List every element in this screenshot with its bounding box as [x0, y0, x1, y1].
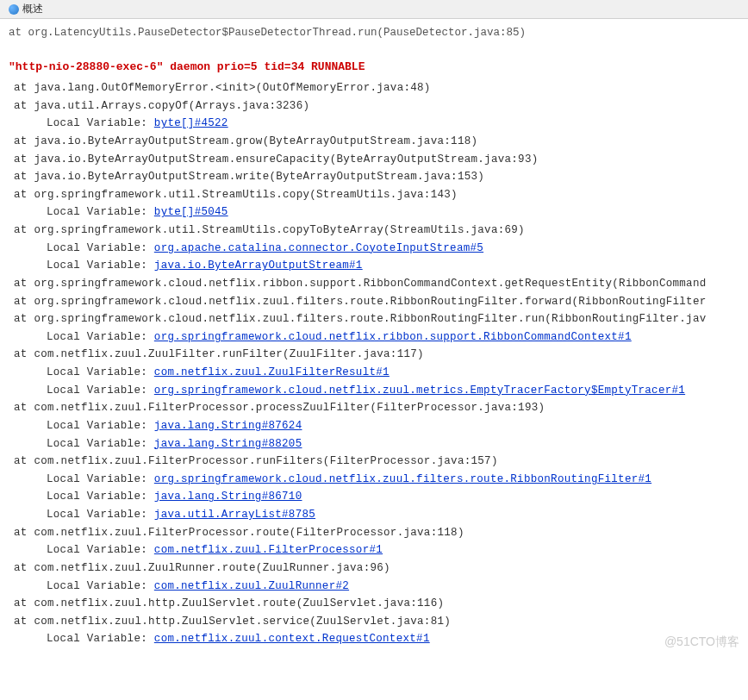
local-var-prefix: Local Variable:	[47, 509, 154, 521]
local-variable: Local Variable: org.springframework.clou…	[9, 471, 739, 489]
local-var-prefix: Local Variable:	[47, 206, 154, 218]
local-var-link[interactable]: org.springframework.cloud.netflix.zuul.m…	[154, 384, 685, 397]
local-var-link[interactable]: com.netflix.zuul.ZuulFilterResult#1	[154, 366, 390, 378]
stack-container: at java.lang.OutOfMemoryError.<init>(Out…	[9, 79, 739, 648]
local-var-link[interactable]: org.springframework.cloud.netflix.zuul.f…	[154, 473, 651, 485]
local-var-link[interactable]: java.lang.String#87624	[154, 420, 302, 432]
stack-frame: at com.netflix.zuul.http.ZuulServlet.rou…	[9, 595, 739, 613]
stack-frame: at org.springframework.util.StreamUtils.…	[9, 222, 739, 240]
stack-frame: at com.netflix.zuul.FilterProcessor.runF…	[9, 453, 739, 471]
local-var-link[interactable]: java.io.ByteArrayOutputStream#1	[154, 259, 363, 272]
tab-bar: 概述	[0, 0, 748, 19]
local-variable: Local Variable: com.netflix.zuul.context…	[9, 630, 739, 648]
stack-frame: at java.util.Arrays.copyOf(Arrays.java:3…	[9, 97, 739, 116]
local-var-prefix: Local Variable:	[47, 384, 154, 397]
local-variable: Local Variable: java.lang.String#86710	[9, 488, 739, 506]
local-var-link[interactable]: com.netflix.zuul.ZuulRunner#2	[154, 580, 349, 592]
local-var-prefix: Local Variable:	[47, 242, 154, 254]
stack-frame: at org.springframework.cloud.netflix.zuu…	[9, 310, 739, 328]
stack-frame: at java.lang.OutOfMemoryError.<init>(Out…	[9, 79, 739, 97]
local-var-prefix: Local Variable:	[47, 633, 154, 645]
local-var-link[interactable]: byte[]#5045	[154, 206, 228, 218]
local-variable: Local Variable: java.io.ByteArrayOutputS…	[9, 257, 739, 275]
globe-icon	[9, 4, 19, 15]
local-variable: Local Variable: byte[]#5045	[9, 203, 739, 222]
local-var-prefix: Local Variable:	[47, 544, 154, 556]
local-var-link[interactable]: com.netflix.zuul.FilterProcessor#1	[154, 544, 383, 556]
local-var-link[interactable]: org.apache.catalina.connector.CoyoteInpu…	[154, 242, 483, 254]
local-var-prefix: Local Variable:	[47, 331, 154, 343]
local-var-prefix: Local Variable:	[47, 420, 154, 432]
stack-frame: at java.io.ByteArrayOutputStream.ensureC…	[9, 151, 739, 169]
local-var-prefix: Local Variable:	[47, 366, 154, 378]
local-var-link[interactable]: java.lang.String#88205	[154, 438, 302, 450]
local-var-prefix: Local Variable:	[47, 473, 154, 485]
stack-frame: at java.io.ByteArrayOutputStream.write(B…	[9, 168, 739, 186]
stack-frame: at org.springframework.cloud.netflix.rib…	[9, 275, 739, 293]
local-variable: Local Variable: com.netflix.zuul.FilterP…	[9, 541, 739, 559]
local-var-link[interactable]: java.util.ArrayList#8785	[154, 509, 315, 521]
local-var-prefix: Local Variable:	[47, 580, 154, 592]
thread-header: "http-nio-28880-exec-6" daemon prio=5 ti…	[9, 58, 739, 76]
tab-label: 概述	[22, 1, 43, 18]
local-variable: Local Variable: java.lang.String#88205	[9, 435, 739, 453]
tab-overview[interactable]: 概述	[3, 0, 48, 19]
local-var-link[interactable]: java.lang.String#86710	[154, 491, 302, 503]
local-variable: Local Variable: com.netflix.zuul.ZuulRun…	[9, 578, 739, 596]
stack-frame: at com.netflix.zuul.http.ZuulServlet.ser…	[9, 613, 739, 631]
stack-frame: at com.netflix.zuul.FilterProcessor.proc…	[9, 399, 739, 417]
stack-frame: at java.io.ByteArrayOutputStream.grow(By…	[9, 133, 739, 151]
local-var-prefix: Local Variable:	[47, 117, 154, 129]
local-variable: Local Variable: com.netflix.zuul.ZuulFil…	[9, 364, 739, 382]
stack-trace-content: at org.LatencyUtils.PauseDetector$PauseD…	[0, 19, 748, 657]
local-variable: Local Variable: org.apache.catalina.conn…	[9, 240, 739, 258]
local-variable: Local Variable: org.springframework.clou…	[9, 328, 739, 347]
stack-frame: at org.springframework.util.StreamUtils.…	[9, 186, 739, 204]
local-var-link[interactable]: org.springframework.cloud.netflix.ribbon…	[154, 331, 632, 343]
local-variable: Local Variable: byte[]#4522	[9, 115, 739, 133]
truncated-top-line: at org.LatencyUtils.PauseDetector$PauseD…	[9, 24, 739, 42]
stack-frame: at com.netflix.zuul.ZuulRunner.route(Zuu…	[9, 559, 739, 578]
local-var-link[interactable]: com.netflix.zuul.context.RequestContext#…	[154, 633, 430, 645]
local-variable: Local Variable: java.lang.String#87624	[9, 417, 739, 435]
stack-frame: at org.springframework.cloud.netflix.zuu…	[9, 293, 739, 311]
local-variable: Local Variable: org.springframework.clou…	[9, 382, 739, 400]
local-var-link[interactable]: byte[]#4522	[154, 117, 228, 129]
local-var-prefix: Local Variable:	[47, 491, 154, 503]
stack-frame: at com.netflix.zuul.FilterProcessor.rout…	[9, 524, 739, 542]
stack-frame: at com.netflix.zuul.ZuulFilter.runFilter…	[9, 346, 739, 364]
local-var-prefix: Local Variable:	[47, 259, 154, 272]
local-var-prefix: Local Variable:	[47, 438, 154, 450]
local-variable: Local Variable: java.util.ArrayList#8785	[9, 506, 739, 524]
